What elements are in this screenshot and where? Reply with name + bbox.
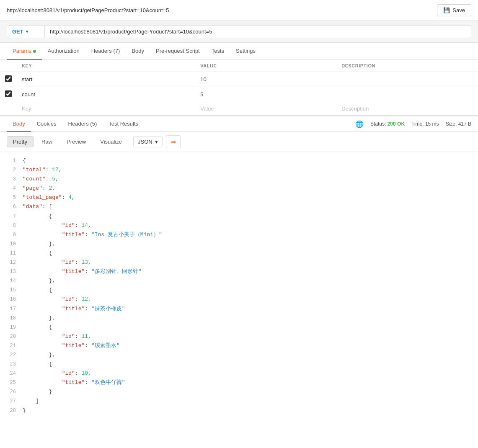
row1-checkbox[interactable] [5, 75, 12, 82]
url-input[interactable] [44, 25, 471, 38]
response-tab-headers[interactable]: Headers (5) [62, 116, 103, 132]
view-visualize-button[interactable]: Visualize [94, 136, 128, 147]
save-icon: 💾 [443, 7, 450, 13]
json-line: 8 "id": 14, [0, 221, 478, 230]
row2-value: 5 [200, 91, 203, 98]
json-line: 4"page": 2, [0, 184, 478, 193]
row1-value: 10 [200, 76, 206, 82]
table-row-placeholder: Key Value Description [0, 102, 478, 116]
json-line: 18 }, [0, 314, 478, 323]
view-raw-button[interactable]: Raw [35, 136, 59, 147]
json-line: 16 "id": 12, [0, 295, 478, 304]
json-line: 9 "title": "Ins 复古小夹子（Mini）" [0, 230, 478, 239]
json-line: 19 { [0, 323, 478, 332]
json-line: 3"count": 5, [0, 175, 478, 184]
method-select[interactable]: GET ▾ [7, 25, 44, 38]
tab-params[interactable]: Params [7, 43, 42, 60]
chevron-down-icon: ▾ [155, 139, 158, 145]
json-line: 27 ] [0, 397, 478, 406]
response-tab-cookies[interactable]: Cookies [31, 116, 62, 132]
wrap-icon: ⇒ [171, 138, 176, 146]
view-preview-button[interactable]: Preview [60, 136, 92, 147]
placeholder-value: Value [195, 102, 336, 116]
json-line: 24 "id": 10, [0, 369, 478, 378]
tab-prerequest[interactable]: Pre-request Script [150, 43, 206, 60]
row2-key: count [22, 91, 35, 98]
format-label: JSON [138, 139, 152, 145]
json-line: 6"data": [ [0, 202, 478, 211]
title-url: http://localhost:8081/v1/product/getPage… [7, 7, 169, 13]
json-line: 10 }, [0, 239, 478, 249]
json-viewer: 1{2"total": 17,3"count": 5,4"page": 2,5"… [0, 152, 478, 420]
json-line: 12 "id": 13, [0, 258, 478, 267]
placeholder-key: Key [17, 102, 195, 116]
check-col-header [0, 60, 17, 72]
method-label: GET [12, 28, 23, 35]
wrap-button[interactable]: ⇒ [166, 135, 181, 148]
save-button[interactable]: 💾 Save [437, 4, 471, 16]
json-line: 21 "title": "碳素墨水" [0, 341, 478, 350]
val-col-header: VALUE [195, 60, 336, 72]
tab-tests[interactable]: Tests [206, 43, 230, 60]
json-line: 20 "id": 11, [0, 332, 478, 341]
tab-headers[interactable]: Headers (7) [85, 43, 126, 60]
json-line: 22 }, [0, 350, 478, 360]
body-toolbar: Pretty Raw Preview Visualize JSON ▾ ⇒ [0, 132, 478, 152]
status-label: Status: 200 OK [370, 121, 405, 127]
tab-settings[interactable]: Settings [230, 43, 261, 60]
title-bar: http://localhost:8081/v1/product/getPage… [0, 0, 478, 21]
json-line: 17 "title": "抹茶小橡皮" [0, 304, 478, 314]
params-tabs-row: Params Authorization Headers (7) Body Pr… [0, 43, 478, 60]
key-col-header: KEY [17, 60, 195, 72]
json-line: 15 { [0, 286, 478, 295]
view-pretty-button[interactable]: Pretty [7, 136, 34, 147]
row2-checkbox[interactable] [5, 90, 12, 97]
json-line: 13 "title": "多彩别针、回形针" [0, 267, 478, 276]
response-tabs-row: Body Cookies Headers (5) Test Results 🌐 … [0, 116, 478, 132]
row1-desc [336, 72, 478, 87]
json-line: 23 { [0, 360, 478, 369]
json-line: 28} [0, 406, 478, 415]
json-line: 5"total_page": 4, [0, 193, 478, 202]
json-line: 7 { [0, 212, 478, 221]
chevron-down-icon: ▾ [26, 29, 28, 34]
json-line: 14 }, [0, 276, 478, 286]
json-line: 2"total": 17, [0, 165, 478, 175]
globe-icon: 🌐 [355, 120, 364, 128]
placeholder-desc: Description [336, 102, 478, 116]
json-line: 1{ [0, 156, 478, 165]
time-label: Time: 15 ms [411, 121, 439, 127]
table-row: start 10 [0, 72, 478, 87]
tab-authorization[interactable]: Authorization [42, 43, 85, 60]
size-label: Size: 417 B [446, 121, 471, 127]
params-table: KEY VALUE DESCRIPTION start 10 count 5 K… [0, 60, 478, 116]
format-select[interactable]: JSON ▾ [133, 136, 163, 147]
row2-desc [336, 87, 478, 102]
json-line: 11 { [0, 249, 478, 258]
row1-key: start [22, 76, 32, 82]
params-dot [33, 50, 36, 53]
response-tab-body[interactable]: Body [7, 116, 31, 132]
request-bar: GET ▾ [0, 21, 478, 43]
tab-body[interactable]: Body [126, 43, 150, 60]
response-tab-testresults[interactable]: Test Results [103, 116, 144, 132]
json-line: 25 "title": "双色牛仔裤" [0, 378, 478, 387]
json-line: 26 } [0, 387, 478, 397]
desc-col-header: DESCRIPTION [336, 60, 478, 72]
table-row: count 5 [0, 87, 478, 102]
response-status: 🌐 Status: 200 OK Time: 15 ms Size: 417 B [355, 120, 471, 128]
